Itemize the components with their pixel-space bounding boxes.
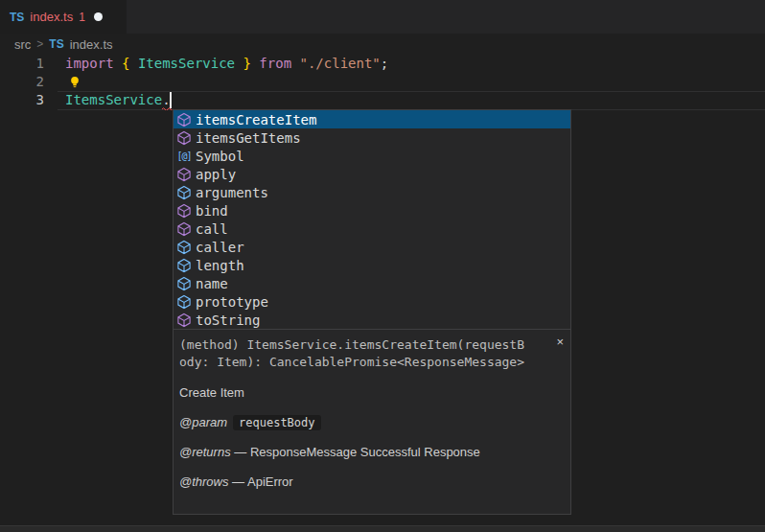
field-kind-icon — [176, 185, 192, 200]
code-text: ItemsService. — [65, 91, 171, 109]
suggest-item-call[interactable]: call — [174, 220, 570, 238]
doc-tag-label: @returns — [179, 445, 231, 459]
bottom-panel-edge — [0, 525, 765, 532]
suggest-label: itemsCreateItem — [196, 112, 316, 127]
method-kind-icon — [176, 112, 192, 127]
suggest-label: itemsGetItems — [196, 130, 301, 146]
suggest-label: length — [196, 258, 244, 273]
cursor-caret — [170, 92, 172, 108]
suggest-label: arguments — [196, 185, 268, 200]
suggest-item-length[interactable]: length — [174, 256, 570, 274]
breadcrumb: src > TS index.ts — [0, 34, 765, 55]
field-kind-icon — [176, 294, 192, 310]
breadcrumb-file-icon: TS — [49, 37, 63, 51]
suggest-label: prototype — [196, 294, 268, 310]
docs-tag-param: @paramrequestBody — [179, 415, 566, 430]
suggest-label: bind — [196, 203, 228, 219]
suggest-item-toString[interactable]: toString — [174, 311, 570, 329]
suggest-item-bind[interactable]: bind — [174, 201, 570, 220]
suggest-label: caller — [196, 240, 244, 255]
method-kind-icon — [176, 221, 192, 237]
suggest-item-itemsCreateItem[interactable]: itemsCreateItem — [174, 110, 570, 128]
code-line[interactable]: 2 — [0, 73, 765, 91]
field-kind-icon — [176, 240, 192, 255]
code-line[interactable]: 3ItemsService. — [0, 91, 765, 109]
line-number: 2 — [0, 73, 44, 91]
code-lines: 1import { ItemsService } from "./client"… — [0, 55, 765, 109]
problem-count-badge: 1 — [79, 11, 85, 24]
close-icon[interactable]: × — [556, 335, 564, 348]
dirty-indicator-dot[interactable] — [94, 12, 103, 21]
method-kind-icon — [176, 312, 192, 328]
tab-filename: index.ts — [30, 10, 73, 24]
suggest-docs-panel: (method) ItemsService.itemsCreateItem(re… — [173, 328, 571, 515]
field-kind-icon — [176, 258, 192, 273]
variable-kind-icon: [@] — [176, 149, 192, 164]
code-text: import { ItemsService } from "./client"; — [65, 55, 388, 73]
chevron-right-icon: > — [36, 37, 43, 51]
ts-file-icon: TS — [10, 11, 24, 24]
method-kind-icon — [176, 130, 192, 146]
editor[interactable]: 1import { ItemsService } from "./client"… — [0, 55, 765, 109]
suggest-item-prototype[interactable]: prototype — [174, 292, 570, 311]
suggest-item-Symbol[interactable]: [@]Symbol — [174, 147, 570, 165]
docs-tag-throws: @throws — ApiError — [179, 474, 566, 490]
doc-tag-label: @throws — [179, 474, 229, 489]
suggest-label: toString — [196, 312, 260, 328]
suggest-item-itemsGetItems[interactable]: itemsGetItems — [174, 128, 570, 147]
lightbulb-icon[interactable] — [68, 75, 81, 89]
field-kind-icon — [176, 276, 192, 291]
suggest-widget: itemsCreateItemitemsGetItems[@]Symbolapp… — [173, 109, 571, 330]
tab-bar: TS index.ts 1 — [0, 0, 765, 34]
docs-signature: (method) ItemsService.itemsCreateItem(re… — [179, 336, 566, 371]
doc-tag-text: — ApiError — [229, 474, 293, 489]
doc-tag-label: @param — [179, 415, 227, 429]
suggest-label: Symbol — [196, 149, 244, 164]
suggest-item-name[interactable]: name — [174, 274, 570, 292]
method-kind-icon — [176, 167, 192, 182]
breadcrumb-file[interactable]: index.ts — [70, 37, 113, 52]
method-kind-icon — [176, 203, 192, 219]
docs-summary: Create Item — [179, 385, 566, 401]
docs-tag-returns: @returns — ResponseMessage Successful Re… — [179, 445, 566, 460]
suggest-label: name — [196, 276, 228, 291]
tab-index-ts[interactable]: TS index.ts 1 — [0, 0, 127, 34]
suggest-item-caller[interactable]: caller — [174, 238, 570, 256]
breadcrumb-folder[interactable]: src — [14, 37, 31, 52]
suggest-label: apply — [196, 167, 236, 182]
param-name-chip: requestBody — [233, 415, 320, 430]
code-line[interactable]: 1import { ItemsService } from "./client"… — [0, 55, 765, 73]
suggest-list: itemsCreateItemitemsGetItems[@]Symbolapp… — [174, 110, 570, 329]
suggest-item-arguments[interactable]: arguments — [174, 183, 570, 201]
suggest-item-apply[interactable]: apply — [174, 165, 570, 183]
line-number: 3 — [0, 91, 44, 109]
line-number: 1 — [0, 55, 44, 73]
suggest-label: call — [196, 221, 228, 237]
doc-tag-text: — ResponseMessage Successful Response — [231, 445, 480, 459]
